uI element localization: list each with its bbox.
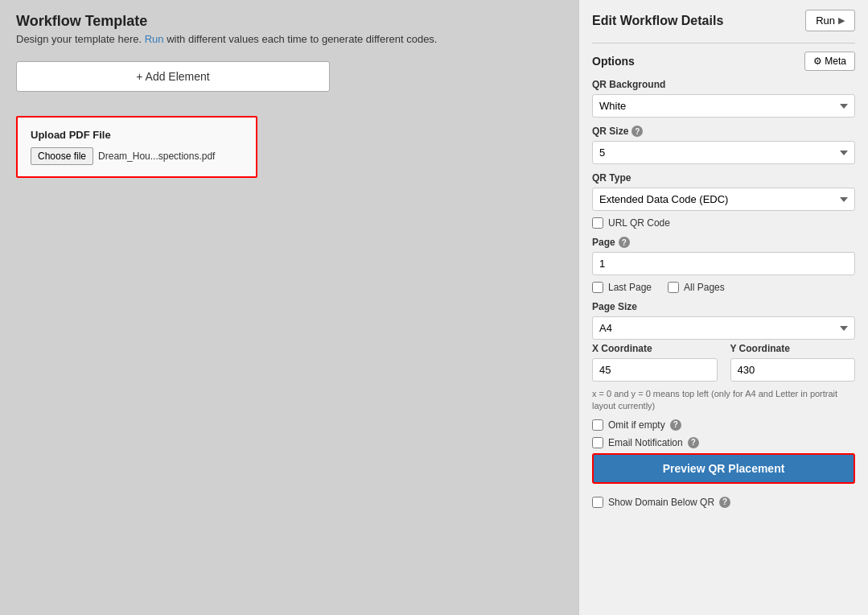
qr-type-select[interactable]: Extended Data Code (EDC) Standard QR Cod… <box>592 188 855 211</box>
y-coord-input[interactable] <box>730 358 856 382</box>
last-page-checkbox[interactable] <box>592 282 603 293</box>
omit-help-icon[interactable]: ? <box>670 419 681 431</box>
url-qr-row: URL QR Code <box>592 217 855 229</box>
choose-file-button[interactable]: Choose file <box>31 147 93 165</box>
meta-button[interactable]: ⚙ Meta <box>804 52 855 71</box>
url-qr-label[interactable]: URL QR Code <box>608 217 670 229</box>
upload-box: Upload PDF File Choose file Dream_Hou...… <box>16 116 257 178</box>
y-coord-group: Y Coordinate <box>730 343 856 382</box>
add-element-button[interactable]: + Add Element <box>16 61 330 92</box>
page-subtitle: Design your template here. Run with diff… <box>16 33 562 45</box>
qr-background-select[interactable]: White Transparent Black <box>592 94 855 118</box>
show-domain-help-icon[interactable]: ? <box>719 497 730 508</box>
page-title: Workflow Template <box>16 13 562 30</box>
last-page-row: Last Page <box>592 282 652 293</box>
x-coord-group: X Coordinate <box>592 343 718 382</box>
run-link[interactable]: Run <box>145 33 164 45</box>
coord-hint: x = 0 and y = 0 means top left (only for… <box>592 388 855 413</box>
right-header: Edit Workflow Details Run ▶ <box>592 10 855 31</box>
all-pages-checkbox[interactable] <box>668 282 679 293</box>
subtitle-rest: with different values each time to gener… <box>167 33 437 45</box>
omit-if-empty-checkbox[interactable] <box>592 419 603 431</box>
run-label: Run <box>816 14 835 27</box>
last-page-label[interactable]: Last Page <box>608 282 652 293</box>
qr-size-select[interactable]: 1 2 3 4 5 6 7 8 <box>592 141 855 164</box>
x-coord-label: X Coordinate <box>592 343 718 354</box>
page-size-select[interactable]: A4 Letter Legal <box>592 316 855 340</box>
options-title: Options <box>592 55 635 68</box>
x-coord-input[interactable] <box>592 358 718 382</box>
show-domain-checkbox[interactable] <box>592 497 603 508</box>
page-help-icon[interactable]: ? <box>619 237 630 248</box>
coord-row: X Coordinate Y Coordinate <box>592 343 855 382</box>
url-qr-checkbox[interactable] <box>592 217 603 229</box>
subtitle-text: Design your template here. <box>16 33 142 45</box>
file-input-row: Choose file Dream_Hou...spections.pdf <box>31 147 243 165</box>
qr-type-label: QR Type <box>592 172 855 184</box>
show-domain-row: Show Domain Below QR ? <box>592 497 855 508</box>
all-pages-row: All Pages <box>668 282 725 293</box>
email-notification-label: Email Notification <box>608 437 683 448</box>
upload-box-title: Upload PDF File <box>31 129 243 141</box>
left-panel: Workflow Template Design your template h… <box>0 0 578 615</box>
page-size-label: Page Size <box>592 301 855 312</box>
right-title: Edit Workflow Details <box>592 14 723 28</box>
page-input[interactable] <box>592 252 855 275</box>
qr-size-help-icon[interactable]: ? <box>631 126 643 137</box>
options-section-header: Options ⚙ Meta <box>592 52 855 71</box>
show-domain-label: Show Domain Below QR <box>608 497 714 508</box>
run-button[interactable]: Run ▶ <box>805 10 855 31</box>
file-name: Dream_Hou...spections.pdf <box>98 151 215 162</box>
y-coord-label: Y Coordinate <box>730 343 856 354</box>
email-help-icon[interactable]: ? <box>688 437 699 448</box>
email-notification-row: Email Notification ? <box>592 437 855 448</box>
run-arrow-icon: ▶ <box>838 15 845 26</box>
all-pages-label[interactable]: All Pages <box>684 282 725 293</box>
omit-if-empty-row: Omit if empty ? <box>592 419 855 431</box>
email-notification-checkbox[interactable] <box>592 437 603 448</box>
qr-size-label: QR Size ? <box>592 126 855 137</box>
page-label: Page ? <box>592 237 855 248</box>
preview-qr-placement-button[interactable]: Preview QR Placement <box>592 453 855 484</box>
page-options-row: Last Page All Pages <box>592 282 855 293</box>
right-panel: Edit Workflow Details Run ▶ Options ⚙ Me… <box>578 0 868 615</box>
omit-if-empty-label: Omit if empty <box>608 419 665 431</box>
qr-background-label: QR Background <box>592 79 855 90</box>
divider-top <box>592 43 855 43</box>
